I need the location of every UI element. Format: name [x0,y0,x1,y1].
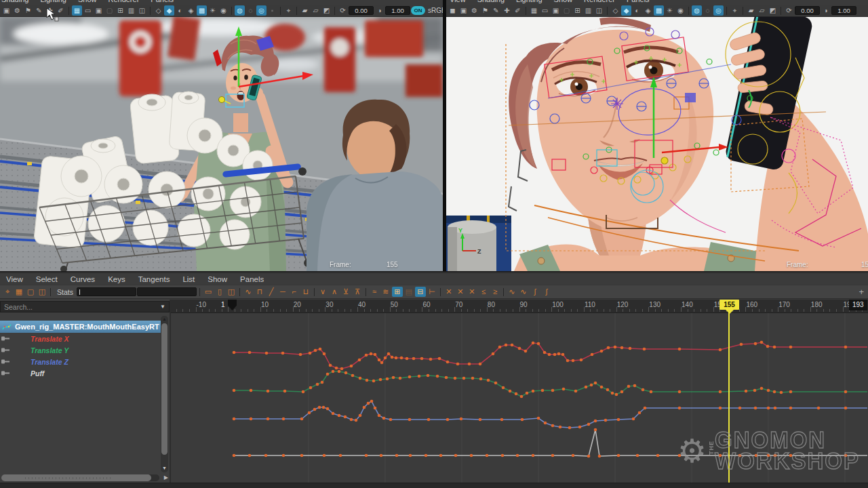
gamma-field[interactable]: 1.00 [831,6,856,15]
ge-menu-panels[interactable]: Panels [240,275,264,283]
ge-menu-keys[interactable]: Keys [108,275,125,283]
current-frame-marker[interactable]: 155 [719,300,739,310]
gate-mask-icon[interactable]: ▢ [561,5,572,16]
channel-row-translate-x[interactable]: Translate X [0,333,161,344]
lock-tangent-weight-icon[interactable]: ⊼ [352,287,363,297]
safe-action-icon[interactable]: ▥ [126,5,136,16]
curve-graph-area[interactable]: 1 193 155 -10102030405060708090100110120… [171,300,868,483]
range-end-marker[interactable]: 193 [849,300,867,310]
image-plane-icon[interactable]: ✎ [491,5,501,16]
lights-icon[interactable]: ☀ [665,5,675,16]
post-cycle-icon[interactable]: ∿ [518,287,529,297]
wireframe-icon[interactable]: ◇ [153,5,163,16]
selected-object-row[interactable]: Gwen_rig_MASTER:MouthMouthEasyRT [0,321,161,333]
textured-icon[interactable]: ◈ [186,5,196,16]
stats-value-field[interactable] [137,287,197,296]
pixel-snap-icon[interactable]: ◩ [768,5,778,16]
camera-select-icon[interactable]: ▣ [1,5,12,16]
shadows-icon[interactable]: ◉ [675,5,686,16]
gate-mask-icon[interactable]: ▢ [104,5,115,16]
delete-key-icon[interactable]: ✕ [455,287,466,297]
curve-translate-z[interactable] [233,400,867,430]
color-management-toggle[interactable]: ON [411,6,425,15]
curve-smoothness-icon[interactable]: ▤ [403,287,414,297]
range-start-marker[interactable] [228,300,237,310]
gamma-icon[interactable]: ◑ [374,5,384,16]
viewport-persp[interactable]: ShadingLightingShowRendererPanels ▣⚙⚑✎✚✐… [0,0,443,271]
frame-all-icon[interactable]: ▭ [203,287,214,297]
search-field[interactable]: Search... ▼ [0,301,170,312]
use-all-lights-icon[interactable]: ▩ [654,5,664,16]
camera-select-icon[interactable]: ▣ [458,5,469,16]
textured-icon[interactable]: ◈ [643,5,653,16]
clamped-tangents-icon[interactable]: ⊓ [254,287,265,297]
paste-view-icon[interactable]: ▱ [311,5,321,16]
buffer-curve-snapshot-icon[interactable]: ≈ [369,287,380,297]
insert-key-tool-icon[interactable]: ✕ [467,287,477,297]
scrollbar-thumb[interactable] [1,474,151,481]
value-snap-icon[interactable]: ⊟ [415,287,426,297]
grid-icon[interactable]: ▦ [529,5,539,16]
menu-panels[interactable]: Panels [627,0,650,4]
time-snap-icon[interactable]: ⊞ [392,287,403,297]
copy-view-icon[interactable]: ▰ [746,5,756,16]
menu-lighting[interactable]: Lighting [516,0,542,4]
safe-title-icon[interactable]: ◫ [137,5,147,16]
curve-translate-y[interactable] [233,370,867,399]
ge-menu-show[interactable]: Show [208,275,227,283]
scroll-up-icon[interactable]: ▲ [161,317,168,321]
bounding-box-icon[interactable]: ◐ [175,5,185,16]
safe-title-icon[interactable]: ◫ [594,5,604,16]
time-ruler[interactable]: 1 193 155 -10102030405060708090100110120… [171,300,868,313]
menu-renderer[interactable]: Renderer [108,0,139,4]
horizontal-scrollbar[interactable]: ▶ [1,474,159,481]
anti-aliasing-icon[interactable]: ◎ [713,5,724,16]
scroll-down-icon[interactable]: ▼ [161,466,168,470]
ge-menu-tangents[interactable]: Tangents [138,275,170,283]
break-tangents-icon[interactable]: ∨ [317,287,328,297]
frame-playback-range-icon[interactable]: ▯ [214,287,225,297]
plateau-tangents-icon[interactable]: ⊔ [300,287,311,297]
film-gate-icon[interactable]: ▭ [540,5,550,16]
resolution-gate-icon[interactable]: ▣ [94,5,104,16]
gamma-field[interactable]: 1.00 [385,6,410,15]
scrollbar-thumb[interactable] [161,323,167,455]
menu-shading[interactable]: Shading [477,0,505,4]
exposure-field[interactable]: 0.00 [349,6,374,15]
insert-keys-icon[interactable]: ▦ [14,287,24,297]
camera-lock-icon[interactable]: ◼ [448,5,458,16]
stats-time-field[interactable] [77,287,136,296]
field-chart-icon[interactable]: ⊞ [572,5,583,16]
exposure-icon[interactable]: ⟳ [338,5,348,16]
channel-row-translate-y[interactable]: Translate Y [0,344,161,356]
move-tool-icon[interactable]: ✚ [502,5,512,16]
viewport-front-rig[interactable]: ViewShadingLightingShowRendererPanels ◼▣… [446,0,868,271]
menu-view[interactable]: View [450,0,466,4]
ge-menu-curves[interactable]: Curves [71,275,95,283]
safe-action-icon[interactable]: ▥ [583,5,593,16]
camera-attributes-icon[interactable]: ⚙ [469,5,479,16]
smooth-shade-icon[interactable]: ◆ [164,5,174,16]
wireframe-icon[interactable]: ◇ [610,5,620,16]
oscillate-icon[interactable]: ʃ [541,287,552,297]
spline-tangents-icon[interactable]: ∿ [243,287,254,297]
post-infinity-icon[interactable]: ≥ [490,287,500,297]
flat-tangents-icon[interactable]: ─ [277,287,288,297]
use-all-lights-icon[interactable]: ▩ [197,5,207,16]
gamma-icon[interactable]: ◑ [821,5,831,16]
break-connection-icon[interactable]: ✕ [443,287,454,297]
menu-renderer[interactable]: Renderer [584,0,615,4]
motion-blur-icon[interactable]: ◌ [703,5,713,16]
ge-menu-list[interactable]: List [182,275,195,283]
menu-show[interactable]: Show [554,0,573,4]
channel-row-translate-z[interactable]: Translate Z [0,356,161,367]
exposure-field[interactable]: 0.00 [795,6,820,15]
field-chart-icon[interactable]: ⊞ [115,5,125,16]
bookmark-icon[interactable]: ⚑ [480,5,490,16]
paste-view-icon[interactable]: ▱ [757,5,767,16]
menu-panels[interactable]: Panels [151,0,174,4]
ge-menu-select[interactable]: Select [36,275,58,283]
channel-row-puff[interactable]: Puff [0,367,161,379]
linear-tangents-icon[interactable]: ╱ [266,287,277,297]
camera-attributes-icon[interactable]: ⚙ [12,5,22,16]
